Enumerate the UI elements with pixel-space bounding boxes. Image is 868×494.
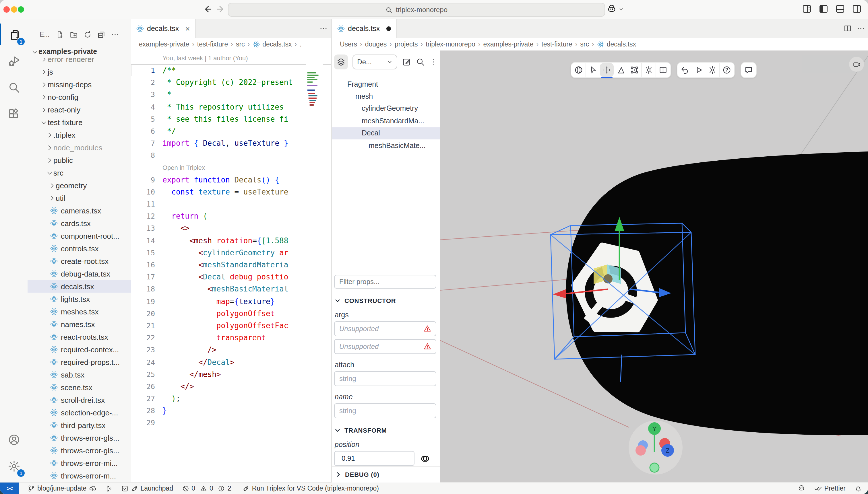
code-line-4[interactable]: 4 * This repository utilizes	[131, 101, 331, 113]
close-window-button[interactable]	[3, 6, 10, 12]
tree-item-third-party.tsx[interactable]: third-party.tsx	[27, 419, 131, 432]
status-item-prettier[interactable]: Prettier	[814, 484, 846, 492]
tree-item-throws-error-gls...[interactable]: throws-error-gls...	[27, 444, 131, 457]
code-line-13[interactable]: 13 <>	[131, 222, 331, 234]
viewport-button-sun[interactable]	[641, 63, 655, 77]
tree-item-cards.tsx[interactable]: cards.tsx	[27, 217, 131, 229]
tree-item-lights.tsx[interactable]: lights.tsx	[27, 292, 131, 305]
breadcrumb-item[interactable]: decals.tsx	[607, 41, 636, 48]
command-center-search[interactable]: triplex-monorepo	[228, 3, 605, 17]
tree-item-required-contex...[interactable]: required-contex...	[27, 343, 131, 356]
section-constructor[interactable]: CONSTRUCTOR	[334, 297, 436, 304]
status-item-commit-graph[interactable]	[105, 484, 112, 492]
code-line-27[interactable]: 27 );	[131, 393, 331, 404]
breadcrumb-item[interactable]: douges	[365, 41, 387, 48]
code-line-20[interactable]: 20 polygonOffset	[131, 307, 331, 320]
tree-item-test-fixture[interactable]: test-fixture	[27, 116, 131, 129]
section-transform[interactable]: TRANSFORM	[334, 427, 436, 434]
tree-item-util[interactable]: util	[27, 192, 131, 204]
tree-item-selection-edge-...[interactable]: selection-edge-...	[27, 406, 131, 419]
button-ellipsis-icon[interactable]	[111, 30, 120, 39]
component-select[interactable]: De...	[352, 55, 397, 70]
scene-node-Decal[interactable]: Decal	[332, 127, 440, 139]
button-ellipsis-icon[interactable]	[319, 24, 328, 33]
tree-item-react-only[interactable]: react-only	[27, 103, 131, 116]
breadcrumb[interactable]: Users›douges›projects›triplex-monorepo›e…	[332, 38, 868, 51]
tree-item-decals.tsx[interactable]: decals.tsx	[27, 280, 131, 292]
tree-item-throws-error-gls...[interactable]: throws-error-gls...	[27, 432, 131, 444]
viewport-button-move[interactable]	[600, 63, 614, 77]
tree-item-.triplex[interactable]: .triplex	[27, 129, 131, 141]
tree-item-names.tsx[interactable]: names.tsx	[27, 318, 131, 330]
tree-item-missing-deps[interactable]: missing-deps	[27, 78, 131, 91]
breadcrumb-item[interactable]: Users	[340, 41, 357, 48]
tree-item-debug-data.tsx[interactable]: debug-data.tsx	[27, 267, 131, 280]
tab-decals-code[interactable]: decals.tsx ×	[131, 19, 196, 38]
status-item-copilot[interactable]	[797, 484, 806, 492]
scene-node-meshStandardMa[interactable]: meshStandardMa...	[332, 115, 440, 127]
breadcrumb-item[interactable]: test-fixture	[541, 41, 572, 48]
scene-node-mesh[interactable]: mesh	[332, 90, 440, 103]
viewport-button-play[interactable]	[692, 63, 705, 77]
tree-item-js[interactable]: js	[27, 65, 131, 78]
tree-item-react-roots.tsx[interactable]: react-roots.tsx	[27, 330, 131, 343]
code-editor[interactable]: You, last week | 1 author (You)1/**2 * C…	[131, 52, 331, 482]
viewport-button-undo[interactable]	[678, 63, 692, 77]
forward-button[interactable]	[216, 4, 226, 14]
tree-item-geometry[interactable]: geometry	[27, 179, 131, 192]
code-line-3[interactable]: 3 *	[131, 89, 331, 101]
tree-item-cameras.tsx[interactable]: cameras.tsx	[27, 204, 131, 217]
breadcrumb-item[interactable]: src	[580, 41, 589, 48]
tree-item-component-root...[interactable]: component-root...	[27, 229, 131, 242]
tree-item-error-renderer[interactable]: error-renderer	[27, 58, 131, 65]
viewport-button-globe[interactable]	[572, 63, 586, 77]
viewport-button-help[interactable]	[719, 63, 734, 77]
breadcrumb-item[interactable]: test-fixture	[197, 41, 228, 48]
tree-item-controls.tsx[interactable]: controls.tsx	[27, 242, 131, 255]
button-new-folder-icon[interactable]	[70, 30, 78, 39]
code-line-18[interactable]: 18 <meshBasicMaterial	[131, 283, 331, 295]
code-line-29[interactable]: 29	[131, 417, 331, 429]
activity-item-search[interactable]	[0, 74, 27, 100]
kebab-icon[interactable]	[430, 57, 438, 67]
prop-input-args-1[interactable]: Unsupported	[334, 339, 436, 354]
breadcrumb-item[interactable]: .	[300, 41, 301, 48]
tree-item-src[interactable]: src	[27, 166, 131, 179]
scene-layers-button[interactable]	[334, 55, 348, 70]
activity-item-extensions[interactable]	[0, 100, 27, 127]
button-panel-bottom-icon[interactable]	[835, 3, 846, 14]
3d-viewport[interactable]: Y Z	[440, 51, 868, 482]
button-panel-right-icon[interactable]	[851, 3, 862, 14]
viewport-button-grid[interactable]	[655, 63, 670, 77]
status-item-launchpad[interactable]: Launchpad	[121, 484, 173, 492]
code-line-12[interactable]: 12 return (	[131, 210, 331, 222]
breadcrumb-item[interactable]: decals.tsx	[262, 41, 292, 48]
prop-input-args-0[interactable]: Unsupported	[334, 321, 436, 336]
code-line-6[interactable]: 6 */	[131, 125, 331, 137]
code-line-26[interactable]: 26 </>	[131, 380, 331, 393]
prop-input-attach-0[interactable]: string	[334, 371, 436, 386]
search-icon[interactable]	[416, 57, 425, 67]
status-item-notifications[interactable]	[854, 484, 862, 492]
scene-node-cylinderGeometry[interactable]: cylinderGeometry	[332, 103, 440, 115]
code-line-28[interactable]: 28}	[131, 405, 331, 417]
button-split-editor-icon[interactable]	[843, 24, 852, 33]
code-line-21[interactable]: 21 polygonOffsetFac	[131, 320, 331, 331]
breadcrumb-item[interactable]: triplex-monorepo	[426, 41, 475, 48]
code-line-15[interactable]: 15 <cylinderGeometry ar	[131, 247, 331, 259]
viewport-button-settings-gear[interactable]	[705, 63, 719, 77]
minimap[interactable]	[306, 38, 323, 417]
minimize-window-button[interactable]	[11, 6, 17, 12]
code-line-2[interactable]: 2 * Copyright (c) 2022–present	[131, 76, 331, 88]
code-line-9[interactable]: 9export function Decals() {	[131, 174, 331, 186]
viewport-button-comment[interactable]	[742, 63, 756, 77]
tree-item-nodemodules[interactable]: node_modules	[27, 141, 131, 154]
scene-node-Fragment[interactable]: Fragment	[332, 78, 440, 90]
button-panel-left-icon[interactable]	[818, 3, 829, 14]
tree-item-public[interactable]: public	[27, 154, 131, 166]
viewport-button-cursor[interactable]	[586, 63, 600, 77]
code-line-24[interactable]: 24 </Decal>	[131, 356, 331, 368]
tree-item-required-props.t...[interactable]: required-props.t...	[27, 356, 131, 368]
code-line-22[interactable]: 22 transparent	[131, 331, 331, 344]
breadcrumb[interactable]: examples-private›test-fixture›src›decals…	[131, 38, 331, 51]
